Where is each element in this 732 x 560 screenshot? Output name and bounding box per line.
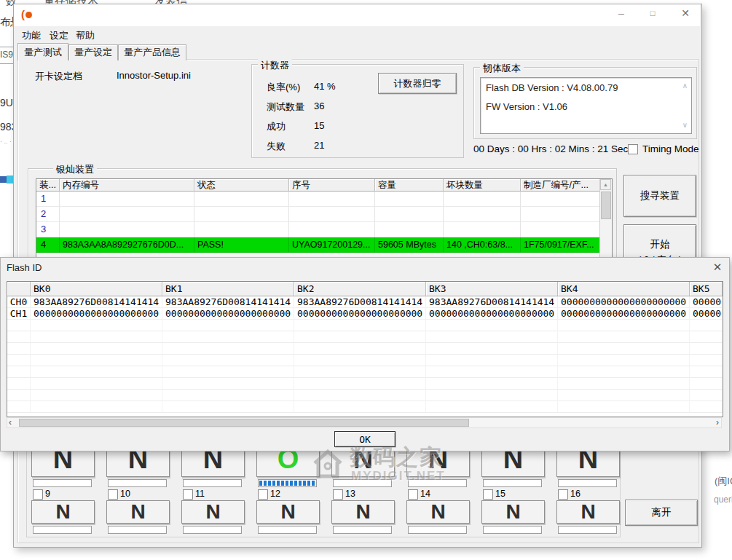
leave-button[interactable]: 离开: [625, 500, 698, 526]
menu-settings[interactable]: 设定: [50, 29, 68, 42]
device-column-header[interactable]: 坏块数量: [444, 179, 521, 192]
flash-empty-cell: [7, 331, 31, 343]
device-cell: [375, 222, 444, 237]
flash-column-header[interactable]: BK4: [558, 282, 690, 296]
flash-empty-cell: [426, 390, 558, 401]
flash-column-header[interactable]: BK0: [31, 282, 162, 296]
yield-value: 41 %: [314, 81, 336, 92]
elapsed-time: 00 Days : 00 Hrs : 02 Mins : 21 Secs: [473, 143, 633, 154]
search-device-button[interactable]: 搜寻装置: [623, 175, 696, 217]
device-row[interactable]: 1: [36, 192, 612, 207]
app-logo-icon: (: [21, 8, 34, 21]
menu-function[interactable]: 功能: [22, 29, 41, 42]
port-checkbox[interactable]: [408, 489, 418, 500]
device-row[interactable]: 3: [36, 222, 612, 237]
port-checkbox[interactable]: [333, 489, 343, 500]
flash-column-header[interactable]: BK1: [162, 282, 294, 296]
flash-table-header: BK0BK1BK2BK3BK4BK5: [7, 282, 723, 296]
flash-db-version: Flash DB Version : V4.08.00.79: [486, 82, 618, 93]
port-checkbox[interactable]: [108, 489, 118, 500]
flash-column-header[interactable]: BK5: [690, 282, 723, 296]
flash-empty-cell: [558, 331, 690, 343]
vscrollbar[interactable]: ▲: [599, 179, 612, 264]
flash-empty-row: [7, 366, 723, 378]
hscrollbar[interactable]: ‹ ›: [7, 417, 722, 428]
tab-product-info[interactable]: 量产产品信息: [118, 44, 186, 60]
port-checkbox[interactable]: [483, 489, 493, 500]
flash-id-value: 0000000000000000000000: [690, 296, 723, 308]
device-cell: PASS!: [194, 237, 289, 253]
dialog-close-icon[interactable]: ✕: [709, 261, 726, 277]
flash-column-header[interactable]: BK2: [294, 282, 426, 296]
flash-empty-cell: [294, 401, 426, 413]
port-checkbox[interactable]: [258, 489, 268, 500]
progress-segment: [277, 481, 280, 486]
timing-mode-checkbox[interactable]: [628, 144, 638, 154]
flash-id-value: 983AA89276D00814141414: [294, 296, 426, 308]
device-cell: [444, 222, 521, 237]
flash-id-row[interactable]: CH10000000000000000000000000000000000000…: [7, 308, 723, 320]
scroll-down-icon[interactable]: ∨: [682, 122, 688, 129]
vscroll-up-icon[interactable]: ▲: [600, 179, 611, 190]
flash-empty-cell: [294, 320, 426, 331]
device-column-header[interactable]: 装...: [36, 179, 60, 192]
device-cell: 983A3AA8A892927676D0D...: [60, 237, 194, 253]
port-checkbox-label: 12: [270, 489, 280, 499]
port-progress-bottom: [108, 526, 167, 534]
device-cell: [444, 207, 521, 222]
port-checkbox-label: 15: [495, 489, 505, 499]
flash-empty-cell: [690, 343, 723, 355]
fail-value: 21: [314, 140, 324, 151]
progress-segment: [281, 481, 284, 486]
hscroll-thumb[interactable]: [19, 419, 469, 427]
flash-id-row[interactable]: CH0983AA89276D00814141414983AA89276D0081…: [7, 296, 723, 308]
port-progress-bottom: [183, 526, 242, 534]
firmware-group: 韧体版本 Flash DB Version : V4.08.00.79 FW V…: [473, 67, 697, 139]
device-column-header[interactable]: 制造厂编号/产...: [521, 179, 600, 192]
timing-mode-label: Timing Mode: [642, 143, 699, 154]
progress-segment: [307, 481, 310, 486]
flash-empty-cell: [31, 390, 162, 401]
device-column-header[interactable]: 序号: [289, 179, 375, 192]
device-row[interactable]: 4983A3AA8A892927676D0D...PASS!UYAO917200…: [36, 237, 612, 253]
flash-empty-cell: [690, 355, 723, 366]
device-row[interactable]: 2: [36, 207, 612, 222]
flash-id-dialog: Flash ID ✕ BK0BK1BK2BK3BK4BK5CH0983AA892…: [0, 257, 730, 451]
device-column-header[interactable]: 内存编号: [60, 179, 194, 192]
port-checkbox-label: 14: [420, 489, 430, 499]
flash-empty-cell: [558, 378, 690, 390]
menu-help[interactable]: 帮助: [76, 29, 95, 42]
flash-empty-cell: [7, 390, 31, 401]
flash-empty-cell: [31, 355, 162, 366]
minimize-button[interactable]: –: [610, 4, 632, 22]
ok-button[interactable]: OK: [334, 431, 395, 447]
port-progress-bottom: [483, 526, 542, 534]
tab-production-test[interactable]: 量产测试: [17, 43, 68, 60]
device-cell: [194, 207, 289, 222]
flash-empty-cell: [7, 366, 31, 378]
flash-column-header[interactable]: [7, 282, 31, 296]
hscroll-right-icon[interactable]: ›: [716, 418, 719, 427]
maximize-button[interactable]: □: [642, 4, 664, 22]
flash-empty-cell: [31, 401, 162, 413]
tab-production-settings[interactable]: 量产设定: [68, 44, 118, 60]
hscroll-left-icon[interactable]: ‹: [9, 418, 12, 427]
port-checkbox[interactable]: [558, 489, 568, 500]
port-status-bottom: N: [106, 500, 170, 524]
flash-id-value: 983AA89276D00814141414: [426, 296, 558, 308]
device-column-header[interactable]: 状态: [194, 179, 289, 192]
flash-column-header[interactable]: BK3: [426, 282, 558, 296]
flash-empty-cell: [558, 366, 690, 378]
port-progress-top: [258, 479, 317, 487]
port-checkbox[interactable]: [33, 489, 43, 500]
flash-empty-cell: [690, 320, 723, 331]
device-column-header[interactable]: 容量: [375, 179, 444, 192]
close-button[interactable]: ✕: [674, 4, 696, 22]
counter-reset-button[interactable]: 计数器归零: [378, 73, 457, 94]
port-checkbox[interactable]: [183, 489, 193, 500]
scroll-up-icon[interactable]: ∧: [682, 82, 688, 90]
vscroll-thumb[interactable]: [601, 192, 611, 219]
firmware-listbox: Flash DB Version : V4.08.00.79 FW Versio…: [480, 77, 692, 134]
flash-empty-cell: [558, 320, 690, 331]
flash-empty-row: [7, 401, 723, 413]
